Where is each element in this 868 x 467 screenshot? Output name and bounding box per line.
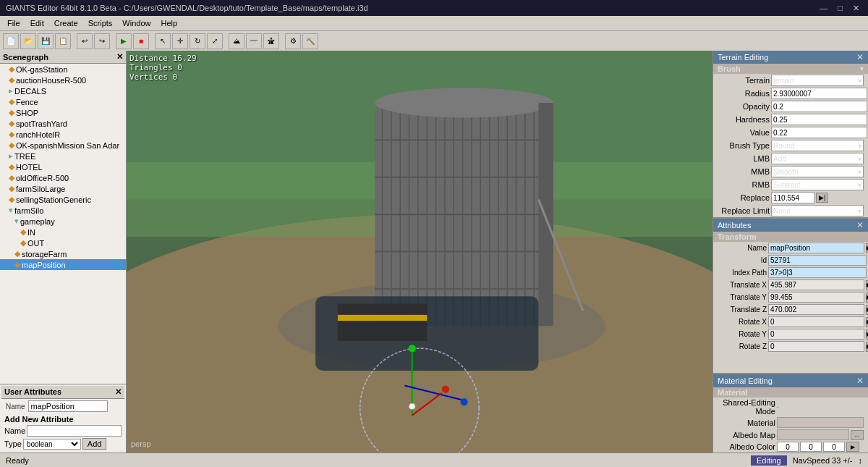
open-button[interactable]: 📂: [20, 33, 36, 49]
terrain-panel-close-icon[interactable]: ✕: [856, 52, 864, 62]
menu-window[interactable]: Window: [118, 17, 155, 29]
list-item[interactable]: ◆sellingStationGeneric: [0, 194, 126, 205]
list-item-selected[interactable]: ◆mapPosition: [0, 259, 126, 270]
attr-rotate-z-input[interactable]: [768, 341, 864, 352]
close-button[interactable]: ✕: [850, 4, 862, 13]
list-item[interactable]: ◆storageFarm: [0, 248, 126, 259]
attr-id-input[interactable]: [768, 255, 867, 266]
rmb-dropdown[interactable]: Subtract ▾: [771, 179, 864, 190]
stop-button[interactable]: ■: [133, 33, 149, 49]
move-tool[interactable]: ✛: [172, 33, 188, 49]
replace-input[interactable]: [771, 192, 814, 203]
terrain-panel-header: Terrain Editing ✕: [713, 51, 868, 64]
attr-translate-y-input[interactable]: [768, 292, 864, 303]
attr-translate-x-row: Translate X ▶: [713, 279, 868, 291]
brush-type-dropdown[interactable]: Round ▾: [771, 140, 864, 151]
add-name-label: Name: [4, 426, 25, 435]
maximize-button[interactable]: □: [835, 4, 846, 13]
terrain-dropdown[interactable]: terrain ▾: [771, 75, 864, 86]
list-item[interactable]: ▸TREE: [0, 151, 126, 161]
attributes-panel-close-icon[interactable]: ✕: [856, 220, 864, 230]
add-name-input[interactable]: [27, 425, 122, 437]
type-dropdown[interactable]: boolean integer float string: [23, 439, 81, 450]
user-attributes-name-input[interactable]: [28, 400, 108, 412]
replace-label: Replace: [718, 193, 770, 202]
replace-limit-dropdown[interactable]: None ▾: [771, 205, 864, 216]
albedo-color-r-input[interactable]: [777, 442, 799, 452]
road-tool[interactable]: 🛣: [263, 33, 279, 49]
hardness-prop-row: Hardness: [713, 113, 868, 126]
user-attributes-close-icon[interactable]: ✕: [115, 387, 122, 397]
brush-section-header[interactable]: Brush ▾: [713, 64, 868, 74]
attr-rotate-x-input[interactable]: [768, 316, 864, 327]
rotate-tool[interactable]: ↻: [190, 33, 205, 49]
material-value[interactable]: [777, 417, 864, 428]
terrain-tool[interactable]: ⛰: [229, 33, 244, 49]
menu-help[interactable]: Help: [156, 17, 182, 29]
add-type-label: Type: [4, 439, 22, 448]
list-item[interactable]: ◆oldOfficeR-500: [0, 172, 126, 183]
water-tool[interactable]: 〰: [246, 33, 262, 49]
settings-button[interactable]: ⚙: [285, 33, 301, 49]
material-row: Material: [713, 416, 868, 429]
scenegraph-list[interactable]: ◆OK-gasStation ◆auctionHouseR-500 ▸DECAL…: [0, 64, 126, 384]
minimize-button[interactable]: —: [817, 4, 830, 13]
value-input[interactable]: [771, 127, 867, 138]
attr-rotate-y-input[interactable]: [768, 329, 864, 340]
titlebar: GIANTS Editor 64bit 8.1.0 Beta - C:/User…: [0, 0, 868, 16]
new-button[interactable]: 📄: [3, 33, 19, 49]
scale-tool[interactable]: ⤢: [207, 33, 223, 49]
opacity-input[interactable]: [771, 101, 867, 112]
list-item[interactable]: ◆OK-gasStation: [0, 64, 126, 75]
svg-rect-35: [338, 315, 427, 321]
nav-adjust-icon[interactable]: ↕: [859, 456, 863, 465]
list-item[interactable]: ◆ranchHotelR: [0, 129, 126, 140]
list-item[interactable]: ▾gameplay: [0, 216, 126, 227]
menu-edit[interactable]: Edit: [26, 17, 48, 29]
albedo-map-value[interactable]: [777, 429, 849, 440]
attr-name-input[interactable]: [768, 243, 864, 253]
radius-label: Radius: [718, 89, 770, 98]
viewport[interactable]: Distance 16.29 Triangles 0 Vertices 0 pe…: [127, 51, 712, 453]
menu-file[interactable]: File: [3, 17, 25, 29]
albedo-map-btn[interactable]: …: [851, 430, 864, 440]
menu-scripts[interactable]: Scripts: [84, 17, 117, 29]
attr-index-path-input[interactable]: [768, 267, 867, 278]
radius-input[interactable]: [771, 88, 867, 99]
play-button[interactable]: ▶: [116, 33, 132, 49]
brush-type-prop-row: Brush Type Round ▾: [713, 139, 868, 152]
material-panel-close-icon[interactable]: ✕: [856, 376, 864, 386]
undo-button[interactable]: ↩: [77, 33, 93, 49]
save-as-button[interactable]: 📋: [55, 33, 71, 49]
add-attribute-button[interactable]: Add: [82, 438, 107, 450]
albedo-color-g-input[interactable]: [800, 442, 822, 452]
list-item[interactable]: ◆auctionHouseR-500: [0, 75, 126, 85]
list-item[interactable]: ◆farmSiloLarge: [0, 183, 126, 194]
replace-set-button[interactable]: ▶|: [816, 193, 828, 203]
attr-translate-z-input[interactable]: [768, 304, 864, 315]
redo-button[interactable]: ↪: [94, 33, 110, 49]
scenegraph-close-icon[interactable]: ✕: [116, 52, 123, 62]
menu-create[interactable]: Create: [50, 17, 82, 29]
list-item[interactable]: ◆OK-spanishMission San Adar: [0, 140, 126, 151]
list-item[interactable]: ▾farmSilo: [0, 205, 126, 216]
mmb-label: MMB: [718, 167, 770, 176]
hardness-input[interactable]: [771, 114, 867, 125]
list-item[interactable]: ◆HOTEL: [0, 161, 126, 172]
mmb-dropdown[interactable]: Smooth ▾: [771, 166, 864, 177]
list-item[interactable]: ◆spotTrashYard: [0, 118, 126, 129]
lmb-dropdown[interactable]: Add ▾: [771, 153, 864, 164]
right-panels: Terrain Editing ✕ Brush ▾ Terrain terrai…: [712, 51, 868, 453]
list-item[interactable]: ◆IN: [0, 227, 126, 237]
list-item[interactable]: ▸DECALS: [0, 85, 126, 96]
save-button[interactable]: 💾: [38, 33, 54, 49]
albedo-color-b-input[interactable]: [823, 442, 845, 452]
select-tool[interactable]: ↖: [155, 33, 171, 49]
attr-translate-x-input[interactable]: [768, 279, 864, 290]
list-item[interactable]: ◆SHOP: [0, 107, 126, 118]
brush-type-arrow-icon: ▾: [858, 142, 861, 150]
build-button[interactable]: 🔨: [302, 33, 318, 49]
list-item[interactable]: ◆Fence: [0, 96, 126, 107]
albedo-color-btn[interactable]: ▶: [846, 442, 859, 452]
list-item[interactable]: ◆OUT: [0, 237, 126, 248]
